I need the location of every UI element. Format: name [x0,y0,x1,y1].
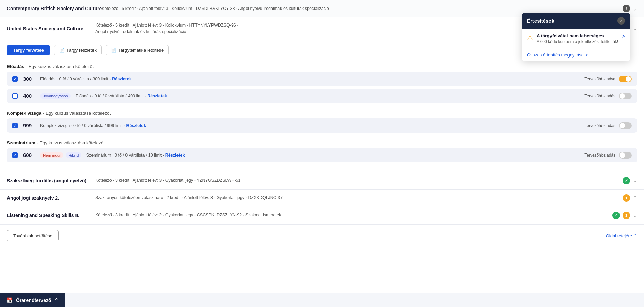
notification-popup: Értesítések × ⚠ A tárgyfelvétel nem lehe… [522,13,630,61]
course-title-listening: Listening and Speaking Skills II. [7,213,95,218]
course-table-row-400: 400 Jóváhagyásos Előadás · 0 fő / 0 váró… [7,89,637,103]
tag-hibrid: Hibrid [66,152,81,158]
tervezo-label-600: Tervezőhöz adás [584,153,615,158]
checkbox-600[interactable]: ✓ [12,152,18,158]
chevron-listening[interactable]: ⌄ [633,212,637,219]
footer-label: Órarendtervező [16,297,51,303]
notification-body: ⚠ A tárgyfelvétel nem lehetséges. A 600 … [522,29,630,49]
check-icon-translation: ✓ [623,177,630,184]
exclamation-icon-british: ! [623,5,630,12]
row-right-400: Tervezőhöz adás [571,93,632,99]
course-table-row-600: ✓ 600 Nem indul Hibrid Szeminárium · 0 f… [7,148,637,162]
section-title-komplex: Komplex vizsga - Egy kurzus választása k… [7,106,637,118]
course-actions-listening: ✓ 1 ⌄ [612,212,637,219]
checkbox-400[interactable] [12,93,18,99]
chevron-up-icon: ⌃ [633,233,637,238]
enroll-button[interactable]: Tárgy felvétele [7,45,50,55]
load-more-button[interactable]: Továbbiak betöltése [7,230,59,241]
checkbox-300[interactable]: ✓ [12,76,18,82]
course-title-translation: Szakszöveg-fordítás (angol nyelvű) [7,178,95,183]
badge-orange-legal: 1 [623,194,630,202]
section-title-szeminar: Szeminárium - Egy kurzus választása köte… [7,135,637,148]
course-actions-translation: ✓ ⌄ [617,177,637,184]
course-meta-translation: Kötelező · 3 kredit · Ajánlott félév: 3 … [95,177,617,184]
course-table-row-300: ✓ 300 Előadás · 0 fő / 0 várólista / 300… [7,72,637,86]
notification-main-text: A tárgyfelvétel nem lehetséges. [537,33,618,38]
course-meta-british: Kötelező · 5 kredit · Ajánlott félév: 3 … [102,5,617,12]
notification-close-button[interactable]: × [617,17,625,25]
course-meta-listening: Kötelező · 3 kredit · Ajánlott félév: 2 … [95,212,612,219]
row-details-999: Komplex vizsga · 0 fő / 0 várólista / 99… [40,123,571,128]
tervezo-label-300: Tervezőhöz adva [584,77,615,81]
course-title-legal: Angol jogi szaknyelv 2. [7,195,95,201]
details-link-400[interactable]: Részletek [147,94,167,98]
row-number-300: 300 [23,76,40,82]
checkbox-999[interactable]: ✓ [12,123,18,128]
details-link-999[interactable]: Részletek [126,123,146,128]
toggle-300[interactable] [619,76,632,82]
course-title-us: United States Society and Culture [7,26,95,31]
badge-orange-listening: 1 [623,212,630,219]
course-row-legal: Angol jogi szaknyelv 2. Szakirányon köte… [0,190,644,207]
chevron-legal[interactable]: ⌃ [633,195,637,201]
toggle-600[interactable] [619,152,632,159]
notification-title: Értesítések [527,18,554,24]
course-row-listening: Listening and Speaking Skills II. Kötele… [0,207,644,224]
section-title-eloadas: Előadás - Egy kurzus választása kötelező… [7,59,637,72]
toggle-999[interactable] [619,122,632,129]
row-right-600: Tervezőhöz adás [571,152,632,159]
tervezo-label-400: Tervezőhöz adás [584,94,615,98]
row-details-300: Előadás · 0 fő / 0 várólista / 300 limit… [40,77,571,81]
tervezo-label-999: Tervezőhöz adás [584,123,615,128]
notification-footer[interactable]: Összes értesítés megnyitása > [522,49,630,61]
course-table-row-999: ✓ 999 Komplex vizsga · 0 fő / 0 várólist… [7,118,637,133]
chevron-translation[interactable]: ⌄ [633,177,637,184]
details-button[interactable]: 📄 Tárgy részletek [54,45,102,55]
notification-header: Értesítések × [522,13,630,29]
syllabus-icon: 📄 [111,48,116,53]
page-top-link[interactable]: Oldal tetejére ⌃ [606,233,637,238]
details-link-600[interactable]: Részletek [165,153,185,158]
course-actions-british: ! ⌄ [617,5,637,12]
course-title-british: Contemporary British Society and Culture [7,6,102,11]
notification-footer-arrow-icon: > [585,52,588,58]
bottom-bar: Továbbiak betöltése Oldal tetejére ⌃ [0,224,644,247]
notification-text: A tárgyfelvétel nem lehetséges. A 600 kó… [537,33,618,44]
row-details-400: Jóváhagyásos Előadás · 0 fő / 0 várólist… [40,93,571,99]
calendar-icon: 📅 [7,297,13,303]
chevron-us[interactable]: ⌄ [633,25,637,32]
details-link-300[interactable]: Részletek [112,77,132,81]
chevron-british[interactable]: ⌄ [633,5,637,12]
notification-arrow-icon[interactable]: > [622,33,625,39]
toggle-400[interactable] [619,93,632,99]
tag-nem-indul: Nem indul [40,152,63,158]
footer-bar[interactable]: 📅 Órarendtervező ⌃ [0,293,65,307]
tag-jovahagyasos: Jóváhagyásos [40,93,71,99]
footer-chevron-up-icon: ⌃ [54,297,58,303]
details-icon: 📄 [59,48,65,53]
check-icon-listening: ✓ [612,212,620,219]
row-number-400: 400 [23,93,40,99]
row-number-999: 999 [23,123,40,128]
notification-sub-text: A 600 kódú kurzusra a jelentkezést letil… [537,39,618,44]
row-right-300: Tervezőhöz adva [571,76,632,82]
row-details-600: Nem indul Hibrid Szeminárium · 0 fő / 0 … [40,152,571,158]
syllabus-button[interactable]: 📄 Tárgytematika letöltése [106,45,169,55]
row-right-999: Tervezőhöz adás [571,122,632,129]
course-meta-legal: Szakirányon kötelezően választható · 2 k… [95,195,617,201]
course-actions-legal: 1 ⌃ [617,194,637,202]
warning-triangle-icon: ⚠ [527,34,533,42]
row-number-600: 600 [23,152,40,158]
course-row-translation: Szakszöveg-fordítás (angol nyelvű) Kötel… [0,172,644,190]
